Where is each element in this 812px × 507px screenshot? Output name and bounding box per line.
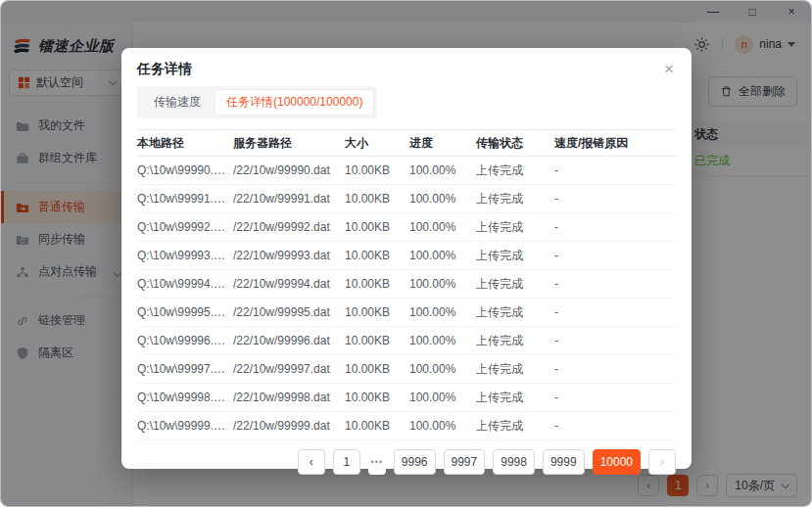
- page-button[interactable]: 1: [333, 449, 360, 475]
- table-row: Q:\10w\99998.dat /22/10w/99998.dat 10.00…: [137, 384, 676, 412]
- page-next-button[interactable]: ›: [648, 449, 676, 475]
- modal-pagination: ‹1•••999699979998999910000›: [121, 440, 692, 475]
- cell-progress: 100.00%: [409, 327, 476, 355]
- cell-progress: 100.00%: [409, 299, 476, 327]
- cell-local-path: Q:\10w\99994.dat: [137, 270, 233, 299]
- cell-server-path: /22/10w/99995.dat: [233, 299, 345, 327]
- column-header: 本地路径: [137, 130, 233, 157]
- column-header: 服务器路径: [233, 130, 345, 157]
- cell-status: 上传完成: [476, 185, 554, 213]
- cell-progress: 100.00%: [409, 185, 476, 213]
- cell-size: 10.00KB: [345, 157, 409, 185]
- table-row: Q:\10w\99996.dat /22/10w/99996.dat 10.00…: [137, 327, 676, 355]
- cell-local-path: Q:\10w\99993.dat: [137, 242, 233, 270]
- cell-speed-error: -: [554, 299, 676, 327]
- modal-table: 本地路径服务器路径大小进度传输状态速度/报错原因 Q:\10w\99990.da…: [137, 129, 676, 440]
- cell-server-path: /22/10w/99994.dat: [233, 270, 345, 299]
- cell-size: 10.00KB: [345, 299, 409, 327]
- cell-server-path: /22/10w/99991.dat: [233, 185, 345, 213]
- table-row: Q:\10w\99994.dat /22/10w/99994.dat 10.00…: [137, 270, 676, 299]
- cell-server-path: /22/10w/99993.dat: [233, 242, 345, 270]
- cell-size: 10.00KB: [345, 185, 409, 213]
- modal-title: 任务详情: [137, 61, 192, 78]
- cell-size: 10.00KB: [345, 213, 409, 242]
- cell-status: 上传完成: [476, 299, 554, 327]
- column-header: 传输状态: [476, 130, 554, 157]
- cell-progress: 100.00%: [409, 157, 476, 185]
- cell-speed-error: -: [554, 213, 676, 242]
- page-button[interactable]: 9999: [543, 449, 585, 475]
- cell-speed-error: -: [554, 412, 676, 440]
- cell-progress: 100.00%: [409, 384, 476, 412]
- cell-status: 上传完成: [476, 384, 554, 412]
- cell-local-path: Q:\10w\99990.dat: [137, 157, 233, 185]
- tab-transfer-speed[interactable]: 传输速度: [140, 89, 215, 115]
- table-row: Q:\10w\99999.dat /22/10w/99999.dat 10.00…: [137, 412, 676, 440]
- table-row: Q:\10w\99997.dat /22/10w/99997.dat 10.00…: [137, 355, 676, 384]
- column-header: 速度/报错原因: [554, 130, 676, 157]
- modal-close-icon[interactable]: ×: [662, 61, 676, 78]
- cell-local-path: Q:\10w\99991.dat: [137, 185, 233, 213]
- cell-speed-error: -: [554, 384, 676, 412]
- cell-size: 10.00KB: [345, 242, 409, 270]
- modal-tabs: 传输速度 任务详情(100000/100000): [137, 86, 377, 118]
- cell-server-path: /22/10w/99998.dat: [233, 384, 345, 412]
- cell-speed-error: -: [554, 157, 676, 185]
- table-row: Q:\10w\99990.dat /22/10w/99990.dat 10.00…: [137, 157, 676, 185]
- cell-status: 上传完成: [476, 242, 554, 270]
- table-row: Q:\10w\99995.dat /22/10w/99995.dat 10.00…: [137, 299, 676, 327]
- cell-speed-error: -: [554, 242, 676, 270]
- table-row: Q:\10w\99993.dat /22/10w/99993.dat 10.00…: [137, 242, 676, 270]
- cell-local-path: Q:\10w\99998.dat: [137, 384, 233, 412]
- cell-speed-error: -: [554, 355, 676, 384]
- cell-local-path: Q:\10w\99995.dat: [137, 299, 233, 327]
- table-row: Q:\10w\99991.dat /22/10w/99991.dat 10.00…: [137, 185, 676, 213]
- cell-server-path: /22/10w/99996.dat: [233, 327, 345, 355]
- cell-server-path: /22/10w/99997.dat: [233, 355, 345, 384]
- page-button[interactable]: 9998: [493, 449, 535, 475]
- cell-progress: 100.00%: [409, 270, 476, 299]
- cell-size: 10.00KB: [345, 412, 409, 440]
- page-button[interactable]: 10000: [593, 449, 641, 475]
- cell-size: 10.00KB: [345, 384, 409, 412]
- cell-status: 上传完成: [476, 270, 554, 299]
- cell-status: 上传完成: [476, 412, 554, 440]
- cell-local-path: Q:\10w\99992.dat: [137, 213, 233, 242]
- cell-size: 10.00KB: [345, 355, 409, 384]
- tab-task-details[interactable]: 任务详情(100000/100000): [215, 89, 374, 115]
- cell-local-path: Q:\10w\99999.dat: [137, 412, 233, 440]
- page-ellipsis-button[interactable]: •••: [368, 449, 386, 475]
- cell-server-path: /22/10w/99990.dat: [233, 157, 345, 185]
- cell-local-path: Q:\10w\99996.dat: [137, 327, 233, 355]
- task-details-modal: 任务详情 × 传输速度 任务详情(100000/100000) 本地路径服务器路…: [121, 48, 692, 469]
- column-header: 进度: [409, 130, 476, 157]
- cell-speed-error: -: [554, 270, 676, 299]
- cell-size: 10.00KB: [345, 270, 409, 299]
- cell-speed-error: -: [554, 185, 676, 213]
- modal-table-header-row: 本地路径服务器路径大小进度传输状态速度/报错原因: [137, 130, 676, 157]
- cell-status: 上传完成: [476, 355, 554, 384]
- modal-table-body: Q:\10w\99990.dat /22/10w/99990.dat 10.00…: [137, 157, 676, 440]
- cell-speed-error: -: [554, 327, 676, 355]
- cell-status: 上传完成: [476, 327, 554, 355]
- page-button[interactable]: 9996: [394, 449, 436, 475]
- cell-size: 10.00KB: [345, 327, 409, 355]
- cell-status: 上传完成: [476, 157, 554, 185]
- cell-progress: 100.00%: [409, 242, 476, 270]
- cell-local-path: Q:\10w\99997.dat: [137, 355, 233, 384]
- column-header: 大小: [345, 130, 409, 157]
- app-window: — □ × 镭速企业版 默认空间 我的文件 群组文件库 普通传输: [0, 0, 812, 507]
- table-row: Q:\10w\99992.dat /22/10w/99992.dat 10.00…: [137, 213, 676, 242]
- cell-progress: 100.00%: [409, 412, 476, 440]
- cell-status: 上传完成: [476, 213, 554, 242]
- page-prev-button[interactable]: ‹: [298, 449, 325, 475]
- page-button[interactable]: 9997: [444, 449, 486, 475]
- cell-server-path: /22/10w/99992.dat: [233, 213, 345, 242]
- cell-server-path: /22/10w/99999.dat: [233, 412, 345, 440]
- cell-progress: 100.00%: [409, 213, 476, 242]
- cell-progress: 100.00%: [409, 355, 476, 384]
